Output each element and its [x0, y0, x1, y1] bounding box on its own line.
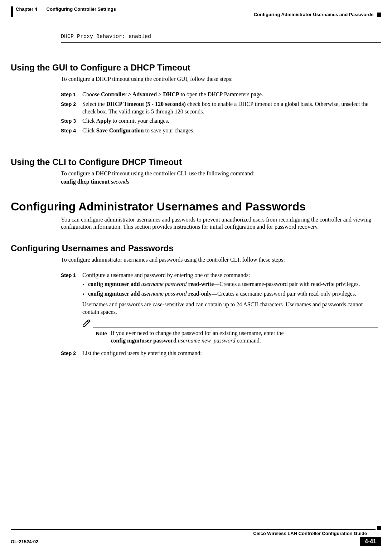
step-label: Step 1: [61, 91, 82, 98]
step-label: Step 2: [61, 350, 82, 357]
paragraph: Usernames and passwords are case-sensiti…: [82, 301, 378, 316]
step-row: Step 4 Click Save Configuration to save …: [61, 127, 378, 135]
paragraph: To configure a DHCP timeout using the co…: [61, 170, 378, 177]
step-body: Choose Controller > Advanced > DHCP to o…: [82, 91, 263, 98]
bullet-item: • config mgmtuser add username password …: [82, 281, 378, 289]
step-row: Step 2 List the configured users by ente…: [61, 350, 378, 357]
code-output: DHCP Proxy Behavior: enabled: [61, 34, 381, 40]
bullet-icon: •: [82, 281, 88, 289]
step-body: Click Save Configuration to save your ch…: [82, 127, 194, 135]
footer-guide-title: Cisco Wireless LAN Controller Configurat…: [11, 531, 367, 536]
note-text: If you ever need to change the password …: [111, 330, 284, 345]
step-rule: [61, 87, 381, 87]
step-row: Step 1 Configure a username and password…: [61, 272, 378, 346]
command-line: config dhcp timeout seconds: [61, 179, 381, 185]
step-label: Step 1: [61, 272, 82, 346]
paragraph: You can configure administrator username…: [61, 216, 378, 230]
heading-configuring-usernames-passwords: Configuring Usernames and Passwords: [11, 243, 381, 253]
paragraph: To configure a DHCP timeout using the co…: [61, 76, 378, 83]
step-body: Configure a username and password by ent…: [82, 272, 378, 346]
section-rule: [61, 42, 381, 43]
footer-doc-id: OL-21524-02: [11, 539, 38, 544]
step-rule: [61, 139, 381, 139]
bullet-item: • config mgmtuser add username password …: [82, 290, 378, 298]
step-body: Select the DHCP Timeout (5 - 120 seconds…: [82, 101, 378, 116]
heading-gui-dhcp-timeout: Using the GUI to Configure a DHCP Timeou…: [11, 63, 381, 73]
step-label: Step 3: [61, 117, 82, 125]
step-label: Step 4: [61, 127, 82, 135]
step-row: Step 3 Click Apply to commit your change…: [61, 117, 378, 125]
step-body: List the configured users by entering th…: [82, 350, 202, 357]
header-right: Configuring Administrator Usernames and …: [254, 6, 381, 17]
note-icon: [82, 320, 91, 329]
step-row: Step 1 Choose Controller > Advanced > DH…: [61, 91, 378, 98]
note-block: Note If you ever need to change the pass…: [82, 320, 378, 346]
chapter-number: Chapter 4: [16, 6, 37, 12]
step-body: Click Apply to commit your changes.: [82, 117, 169, 125]
page-number: 4-41: [360, 537, 381, 546]
header-bar-icon: [11, 6, 13, 17]
paragraph: To configure administrator usernames and…: [61, 256, 378, 263]
heading-admin-usernames-passwords: Configuring Administrator Usernames and …: [11, 200, 381, 213]
step-row: Step 2 Select the DHCP Timeout (5 - 120 …: [61, 101, 378, 116]
page-footer: Cisco Wireless LAN Controller Configurat…: [11, 526, 381, 546]
footer-square-icon: [377, 526, 381, 530]
bullet-icon: •: [82, 290, 88, 298]
header-rule: [16, 13, 381, 13]
divider: [95, 346, 378, 346]
divider: [93, 327, 378, 327]
footer-rule: [11, 529, 376, 530]
note-label: Note: [96, 330, 107, 337]
step-rule: [61, 268, 381, 268]
heading-cli-dhcp-timeout: Using the CLI to Configure DHCP Timeout: [11, 157, 381, 167]
page-header: Chapter 4 Configuring Controller Setting…: [11, 6, 381, 17]
chapter-title: Configuring Controller Settings: [47, 6, 116, 12]
step-label: Step 2: [61, 101, 82, 116]
